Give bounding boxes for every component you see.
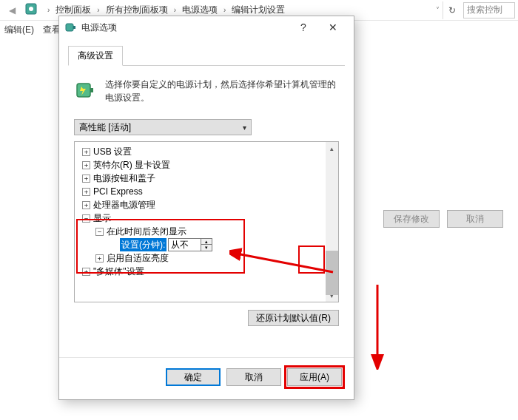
chevron-down-icon: ▾ [243, 123, 246, 132]
menu-edit[interactable]: 编辑(E) [4, 24, 34, 36]
expand-icon[interactable]: + [82, 268, 90, 276]
tree-label: "多媒体"设置 [93, 265, 144, 278]
save-changes-button[interactable]: 保存修改 [383, 210, 440, 228]
ok-button[interactable]: 确定 [166, 368, 221, 386]
search-input[interactable]: 搜索控制 [463, 2, 515, 18]
tree-item[interactable]: +"多媒体"设置 [76, 265, 337, 278]
close-button[interactable]: ✕ [318, 21, 348, 33]
annotation-arrow [366, 281, 396, 370]
svg-rect-5 [90, 88, 93, 92]
setting-value-text: 从不 [168, 238, 201, 251]
tree-item[interactable]: +PCI Express [76, 185, 337, 198]
expand-icon[interactable]: + [82, 201, 90, 209]
power-plan-select[interactable]: 高性能 [活动] ▾ [74, 119, 252, 135]
power-options-dialog: 电源选项 ? ✕ 高级设置 选择你要自定义的电源计划，然后选择你希望计算机管理的… [58, 16, 354, 400]
chevron-right-icon: › [95, 6, 101, 14]
expand-icon[interactable]: + [82, 161, 90, 169]
apply-button[interactable]: 应用(A) [287, 368, 342, 386]
breadcrumb-item[interactable]: 电源选项 [181, 4, 219, 16]
nav-back-button[interactable]: ◀ [3, 1, 21, 19]
restore-defaults-button[interactable]: 还原计划默认值(R) [248, 310, 339, 326]
tree-label: 在此时间后关闭显示 [107, 225, 186, 238]
tab-advanced[interactable]: 高级设置 [68, 46, 123, 66]
tree-item[interactable]: +处理器电源管理 [76, 198, 337, 211]
expand-icon[interactable]: + [82, 148, 90, 156]
help-button[interactable]: ? [289, 21, 318, 33]
breadcrumb-item[interactable]: 控制面板 [54, 4, 92, 16]
expand-icon[interactable]: + [82, 175, 90, 183]
collapse-icon[interactable]: − [82, 214, 90, 223]
settings-tree: +USB 设置+英特尔(R) 显卡设置+电源按钮和盖子+PCI Express+… [74, 141, 339, 302]
scroll-up-button[interactable]: ▴ [326, 142, 338, 155]
refresh-button[interactable]: ↻ [443, 1, 460, 19]
cancel-side-button[interactable]: 取消 [447, 210, 503, 228]
tree-item[interactable]: +英特尔(R) 显卡设置 [76, 158, 337, 172]
tree-setting-row[interactable]: 设置(分钟):从不▴▾ [76, 238, 337, 251]
chevron-right-icon: › [172, 6, 178, 14]
spin-down-button[interactable]: ▾ [201, 245, 212, 251]
collapse-icon[interactable]: − [95, 228, 104, 236]
dialog-description: 选择你要自定义的电源计划，然后选择你希望计算机管理的电源设置。 [105, 78, 339, 104]
tree-label: 启用自适应亮度 [107, 251, 169, 265]
control-panel-icon [24, 3, 43, 17]
breadcrumb-item[interactable]: 所有控制面板项 [104, 4, 169, 16]
scroll-thumb[interactable] [326, 251, 338, 295]
dialog-title: 电源选项 [81, 21, 289, 34]
tree-label: 英特尔(R) 显卡设置 [93, 158, 170, 172]
tree-item[interactable]: −显示 [76, 211, 337, 225]
expand-icon[interactable]: + [82, 188, 90, 196]
breadcrumb-item[interactable]: 编辑计划设置 [230, 4, 286, 16]
tree-label: 显示 [93, 211, 111, 225]
scrollbar-vertical[interactable]: ▴ ▾ [326, 142, 338, 302]
svg-rect-3 [73, 26, 75, 29]
setting-value-spinner[interactable]: 从不▴▾ [168, 238, 212, 251]
tree-label: PCI Express [93, 185, 143, 198]
setting-label: 设置(分钟): [120, 238, 166, 251]
svg-rect-2 [66, 24, 73, 31]
tree-label: 处理器电源管理 [93, 198, 155, 211]
tree-item[interactable]: +电源按钮和盖子 [76, 172, 337, 185]
cancel-button[interactable]: 取消 [226, 368, 281, 386]
battery-icon [74, 78, 98, 101]
chevron-right-icon: › [46, 6, 51, 14]
expand-icon[interactable]: + [95, 254, 104, 262]
power-icon [65, 21, 77, 33]
svg-point-1 [29, 7, 33, 11]
chevron-down-icon[interactable]: ˅ [433, 6, 443, 14]
tree-label: 电源按钮和盖子 [93, 172, 155, 185]
search-placeholder: 搜索控制 [467, 4, 502, 16]
plan-label: 高性能 [活动] [79, 121, 131, 134]
tree-item[interactable]: +USB 设置 [76, 145, 337, 158]
tree-label: USB 设置 [93, 145, 132, 158]
chevron-right-icon: › [222, 6, 227, 14]
